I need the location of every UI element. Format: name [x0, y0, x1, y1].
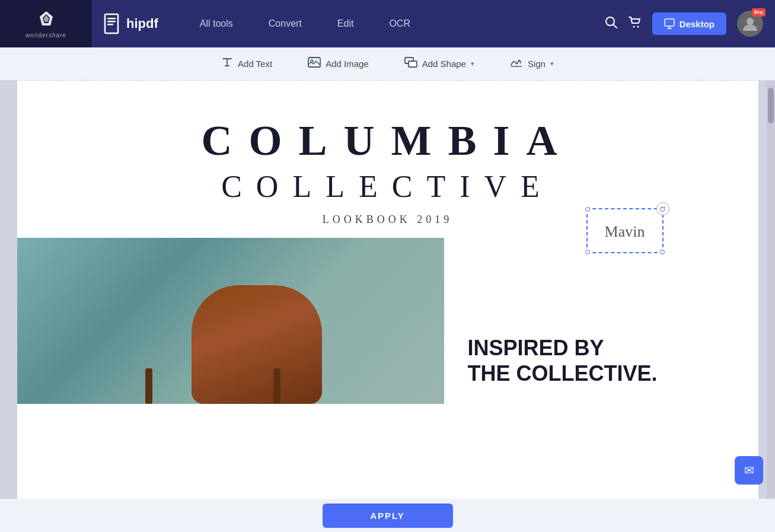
- add-text-tool[interactable]: Add Text: [215, 53, 278, 75]
- svg-rect-12: [308, 58, 320, 67]
- corner-handle-br[interactable]: [660, 250, 665, 254]
- chair-shape: [192, 285, 322, 404]
- sign-label: Sign: [528, 59, 546, 69]
- hipdf-logo[interactable]: hipdf: [92, 13, 170, 34]
- chair-leg-right: [273, 368, 280, 404]
- nav-all-tools[interactable]: All tools: [182, 18, 251, 29]
- inspired-line2: THE COLLECTIVE.: [468, 361, 658, 386]
- add-image-label: Add Image: [326, 59, 369, 69]
- scrollbar-thumb[interactable]: [768, 88, 774, 123]
- email-button[interactable]: ✉: [735, 456, 763, 485]
- corner-handle-bl[interactable]: [585, 250, 590, 254]
- apply-button[interactable]: APPLY: [323, 504, 453, 528]
- search-button[interactable]: [605, 16, 618, 32]
- columbia-title: COLUMBIA: [53, 116, 723, 165]
- pdf-canvas: COLUMBIA COLLECTIVE LOOKBOOK 2019 INSPIR…: [17, 81, 758, 499]
- corner-handle-tl[interactable]: [585, 207, 590, 212]
- add-shape-label: Add Shape: [422, 59, 466, 69]
- svg-rect-2: [107, 21, 116, 23]
- sign-caret: ▾: [550, 60, 554, 68]
- scrollbar[interactable]: [767, 81, 775, 499]
- pdf-content: COLUMBIA COLLECTIVE LOOKBOOK 2019: [17, 81, 758, 226]
- signature-element[interactable]: Mavin ✕: [586, 208, 664, 253]
- svg-rect-8: [665, 19, 674, 26]
- apply-bar: APPLY: [0, 499, 775, 532]
- navbar: wondershare hipdf All tools Convert Edit…: [0, 0, 775, 47]
- pro-badge: Pro: [752, 8, 766, 17]
- wondershare-label: wondershare: [25, 32, 66, 39]
- inspired-text: INSPIRED BY THE COLLECTIVE.: [468, 335, 658, 386]
- nav-convert[interactable]: Convert: [251, 18, 320, 29]
- hipdf-text: hipdf: [126, 16, 158, 31]
- wondershare-logo[interactable]: wondershare: [0, 0, 92, 47]
- chair-leg-left: [145, 368, 152, 404]
- svg-rect-1: [107, 18, 116, 20]
- cart-button[interactable]: [629, 16, 642, 32]
- add-shape-tool[interactable]: Add Shape ▾: [398, 53, 480, 74]
- signature-text: Mavin: [588, 209, 662, 254]
- inspired-line1: INSPIRED BY: [468, 335, 658, 361]
- nav-actions: Desktop Pro: [605, 11, 775, 37]
- collective-title: COLLECTIVE: [53, 169, 723, 204]
- nav-links: All tools Convert Edit OCR: [170, 18, 605, 29]
- add-image-icon: [308, 57, 321, 71]
- svg-point-11: [747, 18, 754, 25]
- svg-line-5: [613, 24, 617, 28]
- desktop-btn-label: Desktop: [680, 19, 715, 29]
- toolbar: Add Text Add Image Add Shape ▾: [0, 47, 775, 81]
- svg-rect-3: [107, 24, 113, 26]
- chair-image: [17, 238, 444, 404]
- corner-handle-tr[interactable]: [660, 207, 665, 212]
- svg-point-7: [637, 26, 639, 27]
- main-area: COLUMBIA COLLECTIVE LOOKBOOK 2019 INSPIR…: [0, 81, 775, 499]
- svg-rect-15: [409, 61, 417, 67]
- add-shape-caret: ▾: [471, 60, 474, 68]
- nav-ocr[interactable]: OCR: [371, 18, 428, 29]
- add-shape-icon: [404, 57, 417, 71]
- image-section: INSPIRED BY THE COLLECTIVE.: [17, 238, 758, 404]
- add-image-tool[interactable]: Add Image: [302, 53, 375, 74]
- avatar-wrapper[interactable]: Pro: [737, 11, 763, 37]
- sign-icon: [510, 57, 523, 71]
- add-text-label: Add Text: [238, 59, 272, 69]
- nav-edit[interactable]: Edit: [320, 18, 372, 29]
- right-text-area: INSPIRED BY THE COLLECTIVE.: [444, 238, 758, 404]
- add-text-icon: [221, 56, 233, 71]
- svg-point-6: [633, 26, 634, 27]
- sign-tool[interactable]: Sign ▾: [504, 53, 560, 74]
- email-icon: ✉: [744, 463, 754, 477]
- desktop-button[interactable]: Desktop: [652, 12, 726, 35]
